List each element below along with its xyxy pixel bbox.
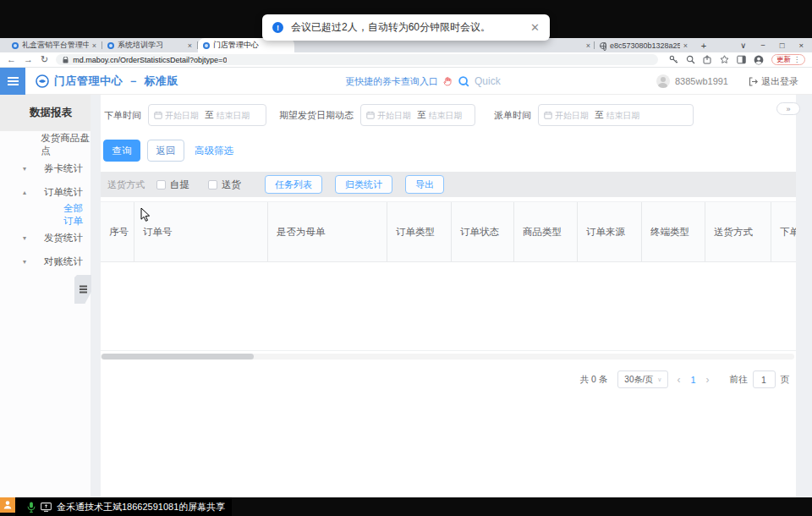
browser-tab-hash[interactable]: e8c573080b1328a258fd2e618 × [595, 38, 693, 52]
expected-ship-date-range-picker[interactable]: 至 [360, 104, 475, 126]
quick-label: Quick [475, 75, 501, 87]
microphone-icon [27, 502, 36, 513]
sidebar-item-delivery-stats[interactable]: ▾ 发货统计 [0, 226, 91, 250]
coupon-query-entry-link[interactable]: 更快捷的券卡查询入口 [345, 75, 438, 88]
browser-navbar: ← → ↻ md.maboy.cn/OrderStatisticsDetail?… [0, 52, 812, 68]
app-title: 门店管理中心 [54, 74, 123, 89]
forward-icon[interactable]: → [24, 55, 33, 64]
chevron-down-icon: ▾ [23, 234, 44, 242]
tab-close-icon[interactable]: × [683, 41, 688, 50]
mouse-cursor [140, 207, 151, 222]
export-button[interactable]: 导出 [405, 175, 444, 194]
page-unit-label: 页 [781, 374, 790, 386]
filter-expand-button[interactable]: » [776, 102, 800, 115]
browser-tab-obscured[interactable]: × [580, 38, 594, 52]
start-date-input[interactable] [377, 111, 414, 120]
window-maximize-button[interactable]: □ [780, 41, 785, 50]
column-header-order-time[interactable]: 下单时间 [771, 202, 796, 261]
sidebar: 数据报表 发货商品盘点 ▾ 券卡统计 ▴ 订单统计 全部订单 [0, 95, 91, 497]
sidebar-item-reconciliation-stats[interactable]: ▾ 对账统计 [0, 250, 91, 273]
sidebar-item-coupon-stats[interactable]: ▾ 券卡统计 [0, 156, 91, 180]
filter-label-dispatch-time: 派单时间 [494, 109, 531, 122]
window-close-button[interactable]: × [798, 41, 804, 50]
profile-avatar-icon[interactable] [754, 55, 764, 65]
dispatch-time-range-picker[interactable]: 至 [538, 104, 694, 126]
browser-update-button[interactable]: 更新 ⋮ [771, 54, 805, 65]
sidebar-item-order-stats[interactable]: ▴ 订单统计 [0, 180, 91, 204]
sidebar-toggle-button[interactable] [0, 68, 25, 95]
end-date-input[interactable] [606, 111, 644, 120]
column-header-order-type[interactable]: 订单类型 [387, 202, 452, 261]
delivery-checkbox[interactable] [208, 180, 217, 189]
column-header-product-type[interactable]: 商品类型 [514, 202, 578, 261]
calendar-icon [154, 111, 162, 119]
start-date-input[interactable] [555, 111, 592, 120]
column-header-index[interactable]: 序号 [101, 202, 134, 261]
classified-stats-button[interactable]: 归类统计 [335, 175, 392, 194]
back-icon[interactable]: ← [7, 55, 16, 64]
table-body-empty [101, 263, 796, 351]
zoom-icon[interactable] [686, 55, 695, 64]
tab-close-icon[interactable]: × [586, 41, 590, 50]
prev-page-button[interactable]: ‹ [677, 374, 680, 386]
sidebar-item-all-orders-active[interactable]: 全部订单 [0, 204, 91, 226]
new-tab-button[interactable]: + [696, 38, 711, 52]
column-header-order-status[interactable]: 订单状态 [452, 202, 514, 261]
logout-icon [749, 77, 758, 86]
column-header-delivery-mode[interactable]: 送货方式 [705, 202, 771, 261]
end-date-input[interactable] [429, 111, 466, 120]
side-panel-icon[interactable] [737, 55, 746, 64]
start-date-input[interactable] [165, 111, 202, 120]
horizontal-scrollbar[interactable] [101, 354, 794, 360]
person-icon [3, 500, 13, 510]
end-date-input[interactable] [217, 111, 254, 120]
column-header-order-source[interactable]: 订单来源 [578, 202, 642, 261]
scrollbar-thumb[interactable] [102, 354, 254, 360]
advanced-filter-link[interactable]: 高级筛选 [195, 145, 233, 157]
tab-close-icon[interactable]: × [92, 41, 96, 50]
page-title: 门店管理中心 － 标准版 [54, 74, 178, 89]
page-size-value: 30条/页 [624, 374, 653, 386]
self-pickup-checkbox[interactable] [156, 180, 166, 189]
sidebar-item-shipment-inventory[interactable]: 发货商品盘点 [0, 133, 91, 156]
quick-search-icon[interactable] [458, 76, 469, 87]
sidebar-collapse-handle[interactable] [74, 275, 91, 304]
column-header-order-no[interactable]: 订单号 [134, 202, 268, 261]
query-button[interactable]: 查询 [103, 140, 140, 162]
column-header-is-parent-order[interactable]: 是否为母单 [268, 202, 387, 261]
task-list-button[interactable]: 任务列表 [265, 175, 322, 194]
user-box[interactable]: 8385wb1991 [656, 74, 728, 88]
password-key-icon[interactable] [669, 55, 678, 64]
order-time-range-picker[interactable]: 至 [148, 104, 266, 126]
tab-favicon [12, 42, 19, 49]
screen-share-bar: 金禾通技术王斌18662591081的屏幕共享 [0, 497, 812, 516]
filter-label-expected-ship-date: 期望发货日期动态 [279, 109, 354, 122]
window-minimize-button[interactable]: − [760, 41, 765, 50]
address-bar[interactable]: md.maboy.cn/OrderStatisticsDetail?objtyp… [56, 54, 658, 65]
filter-label-order-time: 下单时间 [104, 109, 141, 122]
reload-icon[interactable]: ↻ [41, 55, 48, 64]
sidebar-item-label: 发货统计 [44, 232, 83, 244]
range-separator: 至 [205, 109, 214, 121]
participants-tile[interactable] [0, 497, 15, 513]
next-page-button[interactable]: › [706, 374, 710, 386]
page-size-select[interactable]: 30条/页 ∨ [617, 371, 668, 388]
user-avatar [656, 74, 670, 88]
screen: 礼盒营销平台管理中心 × 系统培训学习 × 门店管理中心 × e8c573080… [0, 0, 812, 516]
username: 8385wb1991 [675, 76, 728, 86]
sidebar-item-label: 订单统计 [44, 186, 83, 199]
toast-close-icon[interactable]: ✕ [530, 21, 540, 34]
back-button[interactable]: 返回 [147, 140, 184, 162]
share-icon[interactable] [703, 55, 712, 64]
goto-page-input[interactable] [753, 371, 776, 388]
column-header-terminal-type[interactable]: 终端类型 [642, 202, 705, 261]
tab-search-chevron-icon[interactable]: ∨ [740, 41, 746, 50]
calendar-icon [544, 111, 552, 119]
logout-button[interactable]: 退出登录 [749, 75, 798, 88]
browser-tab-training[interactable]: 系统培训学习 × [102, 38, 197, 52]
browser-menu-dots-icon[interactable]: ⋮ [793, 56, 800, 63]
browser-tab-gift-platform[interactable]: 礼盒营销平台管理中心 × [7, 38, 102, 52]
current-page[interactable]: 1 [690, 375, 695, 385]
tab-close-icon[interactable]: × [188, 41, 192, 50]
bookmark-star-icon[interactable] [720, 55, 729, 64]
